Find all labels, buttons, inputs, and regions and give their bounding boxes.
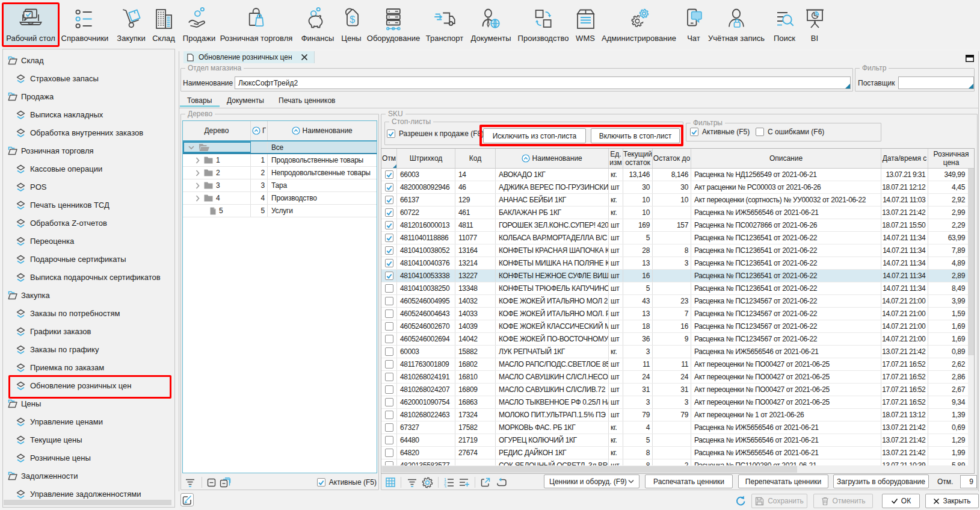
svg-text:3: 3 bbox=[444, 484, 446, 488]
svg-text:$: $ bbox=[350, 14, 355, 25]
